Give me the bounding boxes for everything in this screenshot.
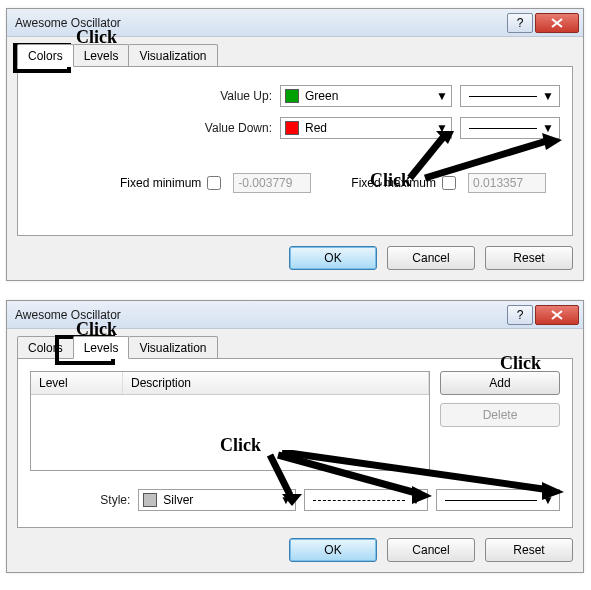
fixed-minimum-checkbox[interactable] (207, 176, 221, 190)
add-button[interactable]: Add (440, 371, 560, 395)
window-title: Awesome Oscillator (15, 16, 505, 30)
tab-levels[interactable]: Levels (73, 44, 130, 67)
chevron-down-icon: ▼ (541, 121, 555, 135)
value-up-width-combo[interactable]: ▼ (460, 85, 560, 107)
tab-visualization[interactable]: Visualization (128, 44, 217, 67)
fixed-maximum-label: Fixed maximum (351, 176, 436, 190)
tab-visualization[interactable]: Visualization (128, 336, 217, 359)
dialog-body: Colors Levels Visualization Value Up: Gr… (7, 37, 583, 280)
levels-table-header: Level Description (31, 372, 429, 395)
tab-levels[interactable]: Levels (73, 336, 130, 359)
close-button[interactable] (535, 13, 579, 33)
reset-button[interactable]: Reset (485, 538, 573, 562)
titlebar[interactable]: Awesome Oscillator ? (7, 9, 583, 37)
cancel-button[interactable]: Cancel (387, 538, 475, 562)
ok-button[interactable]: OK (289, 538, 377, 562)
reset-button[interactable]: Reset (485, 246, 573, 270)
chevron-down-icon: ▼ (541, 89, 555, 103)
chevron-down-icon: ▼ (541, 493, 555, 507)
tabpanel-colors: Value Up: Green ▼ ▼ Value Down: Red ▼ (17, 66, 573, 236)
fixed-maximum-group: Fixed maximum (351, 176, 462, 190)
line-sample (469, 128, 537, 129)
value-down-width-combo[interactable]: ▼ (460, 117, 560, 139)
fixed-maximum-checkbox[interactable] (442, 176, 456, 190)
close-icon (551, 310, 563, 320)
value-up-color-text: Green (305, 89, 338, 103)
color-swatch-silver (143, 493, 157, 507)
chevron-down-icon: ▼ (435, 121, 449, 135)
chevron-down-icon: ▼ (435, 89, 449, 103)
delete-button: Delete (440, 403, 560, 427)
cancel-button[interactable]: Cancel (387, 246, 475, 270)
line-sample-dashed (313, 500, 405, 501)
value-down-label: Value Down: (30, 121, 280, 135)
dialog-levels: Awesome Oscillator ? Colors Levels Visua… (6, 300, 584, 573)
tabstrip: Colors Levels Visualization (17, 336, 573, 359)
window-title: Awesome Oscillator (15, 308, 505, 322)
style-label: Style: (30, 493, 138, 507)
dialog-body: Colors Levels Visualization Level Descri… (7, 329, 583, 572)
dialog-colors: Awesome Oscillator ? Colors Levels Visua… (6, 8, 584, 281)
help-button[interactable]: ? (507, 13, 533, 33)
help-icon: ? (517, 308, 524, 322)
tab-colors[interactable]: Colors (17, 336, 74, 359)
column-description[interactable]: Description (123, 372, 429, 394)
tabstrip: Colors Levels Visualization (17, 44, 573, 67)
style-line-combo[interactable]: ▼ (304, 489, 428, 511)
button-row: OK Cancel Reset (17, 538, 573, 562)
help-button[interactable]: ? (507, 305, 533, 325)
button-row: OK Cancel Reset (17, 246, 573, 270)
side-buttons: Add Delete (440, 371, 560, 471)
color-swatch-red (285, 121, 299, 135)
value-down-color-text: Red (305, 121, 327, 135)
levels-listbox[interactable]: Level Description (30, 371, 430, 471)
help-icon: ? (517, 16, 524, 30)
fixed-minimum-group: Fixed minimum (120, 176, 227, 190)
chevron-down-icon: ▼ (279, 493, 293, 507)
close-button[interactable] (535, 305, 579, 325)
fixed-minimum-field (233, 173, 311, 193)
value-up-color-combo[interactable]: Green ▼ (280, 85, 452, 107)
value-up-label: Value Up: (30, 89, 280, 103)
tabpanel-levels: Level Description Add Delete Style: Silv… (17, 358, 573, 528)
style-color-text: Silver (163, 493, 193, 507)
ok-button[interactable]: OK (289, 246, 377, 270)
chevron-down-icon: ▼ (409, 493, 423, 507)
color-swatch-green (285, 89, 299, 103)
style-width-combo[interactable]: ▼ (436, 489, 560, 511)
fixed-minimum-label: Fixed minimum (120, 176, 201, 190)
line-sample (469, 96, 537, 97)
titlebar[interactable]: Awesome Oscillator ? (7, 301, 583, 329)
column-level[interactable]: Level (31, 372, 123, 394)
tab-colors[interactable]: Colors (17, 44, 74, 67)
fixed-maximum-field (468, 173, 546, 193)
value-down-color-combo[interactable]: Red ▼ (280, 117, 452, 139)
style-color-combo[interactable]: Silver ▼ (138, 489, 296, 511)
close-icon (551, 18, 563, 28)
line-sample (445, 500, 537, 501)
